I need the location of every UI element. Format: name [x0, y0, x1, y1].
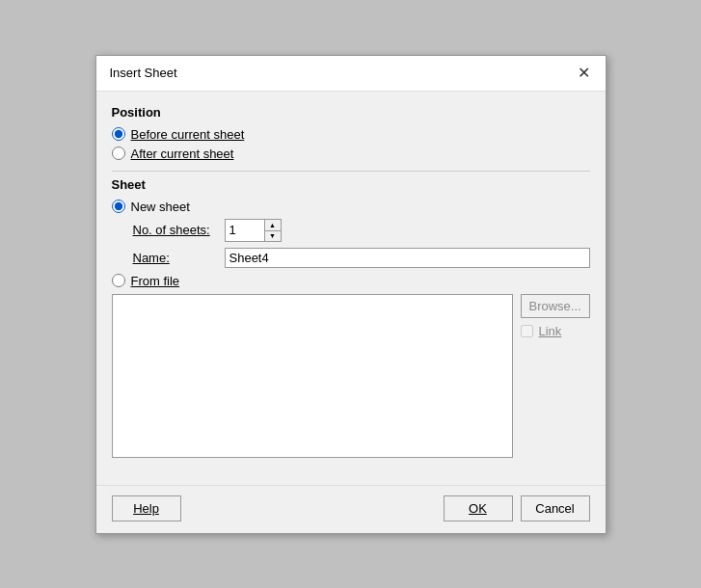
section-divider [112, 171, 590, 172]
position-label: Position [112, 105, 590, 120]
ok-button[interactable]: OK [444, 495, 513, 521]
name-label: Name: [133, 251, 225, 265]
before-current-row: Before current sheet [112, 127, 590, 142]
link-label: Link [539, 324, 562, 338]
new-sheet-radio[interactable] [112, 200, 125, 213]
browse-button[interactable]: Browse... [521, 294, 590, 318]
help-button[interactable]: Help [112, 495, 181, 521]
num-sheets-spinner: ▲ ▼ [225, 219, 282, 242]
cancel-label: Cancel [535, 501, 574, 516]
title-bar: Insert Sheet ✕ [96, 56, 606, 92]
new-sheet-label[interactable]: New sheet [131, 200, 190, 214]
from-file-row: From file [112, 274, 590, 288]
name-input[interactable] [225, 248, 590, 268]
spin-up-button[interactable]: ▲ [265, 220, 281, 230]
spin-down-button[interactable]: ▼ [265, 230, 281, 241]
from-file-radio[interactable] [112, 274, 125, 287]
ok-label: OK [469, 501, 487, 516]
sheet-label: Sheet [112, 177, 590, 192]
after-current-row: After current sheet [112, 147, 590, 161]
before-label[interactable]: Before current sheet [131, 127, 245, 142]
cancel-button[interactable]: Cancel [521, 495, 590, 521]
help-label: Help [133, 501, 159, 516]
link-row: Link [521, 324, 590, 338]
footer-right: OK Cancel [444, 495, 590, 521]
num-sheets-input[interactable] [226, 221, 264, 239]
footer-left: Help [112, 495, 181, 521]
position-section: Position Before current sheet After curr… [112, 105, 590, 161]
after-radio[interactable] [112, 147, 125, 160]
name-row: Name: [133, 248, 590, 268]
new-sheet-row: New sheet [112, 200, 590, 214]
num-sheets-label: No. of sheets: [133, 223, 225, 237]
file-area-row: Browse... Link [112, 294, 590, 458]
spinner-buttons: ▲ ▼ [264, 220, 281, 241]
after-label[interactable]: After current sheet [131, 147, 234, 161]
file-buttons: Browse... Link [521, 294, 590, 458]
dialog-body: Position Before current sheet After curr… [96, 92, 606, 477]
from-file-section: From file Browse... Link [112, 274, 590, 458]
sheet-section: Sheet New sheet No. of sheets: ▲ ▼ [112, 177, 590, 458]
dialog-footer: Help OK Cancel [96, 485, 606, 533]
num-sheets-row: No. of sheets: ▲ ▼ [133, 219, 590, 242]
dialog-title: Insert Sheet [110, 66, 177, 80]
file-listbox[interactable] [112, 294, 513, 458]
before-radio[interactable] [112, 127, 125, 141]
insert-sheet-dialog: Insert Sheet ✕ Position Before current s… [95, 55, 607, 534]
from-file-label[interactable]: From file [131, 274, 180, 288]
close-button[interactable]: ✕ [575, 64, 594, 83]
link-checkbox[interactable] [521, 325, 533, 337]
